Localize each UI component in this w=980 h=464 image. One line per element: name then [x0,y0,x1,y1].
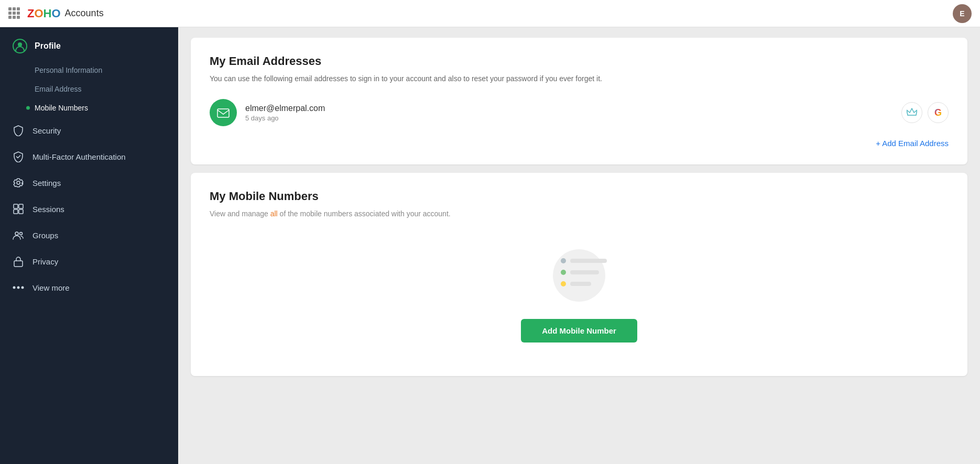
ill-dot-1 [561,258,566,263]
sidebar-item-personal-info[interactable]: Personal Information [35,61,178,80]
email-addresses-card: My Email Addresses You can use the follo… [191,38,967,164]
sidebar-profile-label: Profile [35,41,61,51]
sidebar-item-sessions[interactable]: Sessions [0,196,178,222]
svg-point-2 [17,181,20,184]
mobile-numbers-card: My Mobile Numbers View and manage all of… [191,173,967,376]
svg-point-8 [20,233,23,235]
email-row: elmer@elmerpal.com 5 days ago G [210,99,949,126]
shield-icon [13,125,24,136]
lock-icon [13,256,24,267]
svg-rect-5 [14,209,18,214]
avatar[interactable]: E [953,4,972,23]
mobile-card-desc: View and manage all of the mobile number… [210,208,949,219]
google-badge: G [928,102,949,123]
main-content: My Email Addresses You can use the follo… [178,27,980,464]
profile-sub-items: Personal Information Email Address Mobil… [0,61,178,117]
ill-line-3 [561,281,608,286]
mobile-desc-link-all[interactable]: all [270,209,278,218]
ill-line-1 [561,258,608,263]
shield-check-icon [13,151,24,162]
email-address: elmer@elmerpal.com [245,104,893,113]
gear-icon [13,177,24,189]
add-mobile-button[interactable]: Add Mobile Number [521,319,637,343]
svg-rect-4 [19,204,23,208]
sidebar-sessions-label: Sessions [32,205,64,214]
sidebar-privacy-label: Privacy [32,257,58,266]
add-email-link[interactable]: + Add Email Address [210,139,949,148]
ill-line-2 [561,270,608,275]
sidebar-view-more-label: View more [32,283,70,292]
svg-point-1 [18,42,22,47]
email-icon [210,99,237,126]
sidebar-item-settings[interactable]: Settings [0,170,178,196]
svg-point-7 [15,232,18,235]
sidebar-groups-label: Groups [32,231,58,240]
svg-rect-13 [217,109,229,117]
sidebar-security-label: Security [32,126,61,135]
svg-rect-9 [14,261,23,267]
email-card-desc: You can use the following email addresse… [210,73,949,84]
sessions-icon [13,203,24,215]
svg-rect-6 [19,209,23,214]
svg-rect-3 [14,204,18,208]
email-time: 5 days ago [245,114,893,122]
ill-bar-2 [570,270,599,274]
app-name: Accounts [65,8,104,19]
sidebar-item-email-address[interactable]: Email Address [35,80,178,98]
ill-dot-2 [561,270,566,275]
sidebar-section-profile: Profile Personal Information Email Addre… [0,31,178,117]
ill-lines [561,258,608,293]
crown-badge [901,102,922,123]
empty-illustration [545,247,613,304]
sidebar-item-groups[interactable]: Groups [0,222,178,248]
top-nav: ZOHO Accounts E [0,0,980,27]
sidebar-item-security[interactable]: Security [0,117,178,143]
ill-bar-3 [570,282,591,286]
mobile-empty-state: Add Mobile Number [210,236,949,359]
sidebar-item-mobile-numbers[interactable]: Mobile Numbers [35,98,178,117]
zoho-logo: ZOHO [27,7,61,20]
svg-point-12 [21,286,24,289]
email-badges: G [901,102,949,123]
sidebar-item-profile[interactable]: Profile [0,31,178,61]
mobile-card-title: My Mobile Numbers [210,190,949,203]
email-info: elmer@elmerpal.com 5 days ago [245,104,893,122]
email-card-title: My Email Addresses [210,54,949,68]
profile-icon [13,39,27,53]
sidebar-mfa-label: Multi-Factor Authentication [32,152,126,161]
grid-menu-icon[interactable] [8,7,21,20]
sidebar-item-privacy[interactable]: Privacy [0,248,178,274]
sidebar-item-mfa[interactable]: Multi-Factor Authentication [0,143,178,170]
ill-dot-3 [561,281,566,286]
ellipsis-icon [13,282,24,293]
ill-bar-1 [570,259,607,263]
svg-point-11 [17,286,20,289]
sidebar-settings-label: Settings [32,179,61,187]
svg-point-10 [13,286,16,289]
sidebar: Profile Personal Information Email Addre… [0,27,178,464]
sidebar-item-view-more[interactable]: View more [0,274,178,301]
groups-icon [13,229,24,241]
